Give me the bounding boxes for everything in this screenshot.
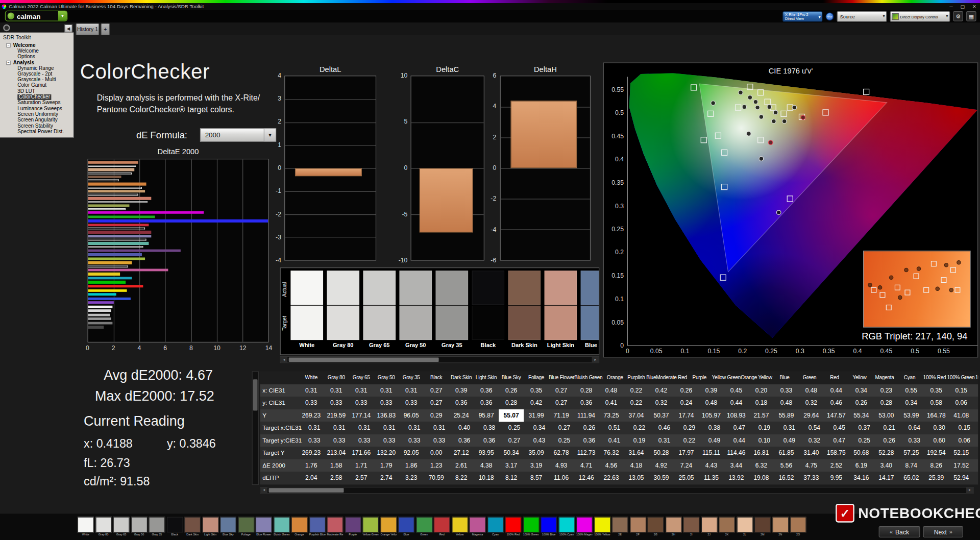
sidebar-item-analysis[interactable]: −Analysis — [0, 60, 73, 65]
table-cell[interactable]: 37.04 — [624, 409, 649, 422]
table-cell[interactable]: 0.33 — [299, 397, 324, 409]
table-cell[interactable]: 13.92 — [724, 472, 749, 484]
table-cell[interactable]: 4.18 — [624, 459, 649, 472]
table-cell[interactable]: 0.31 — [324, 384, 349, 397]
table-cell[interactable]: 8.57 — [524, 472, 549, 484]
workflow-swatch-yellow-green[interactable]: Yellow Green — [362, 517, 379, 536]
workflow-swatch-100-yellow[interactable]: 100% Yellow — [594, 517, 610, 536]
workflow-swatch-moderate-red[interactable]: Moderate Red — [327, 517, 343, 536]
table-cell[interactable]: 0.31 — [299, 384, 324, 397]
table-cell[interactable]: 4.56 — [599, 459, 624, 472]
table-cell[interactable]: 95.87 — [474, 409, 499, 422]
workflow-swatch-yellow[interactable]: Yellow — [452, 517, 468, 536]
table-cell[interactable]: 0.22 — [624, 397, 649, 409]
table-cell[interactable]: 0.33 — [349, 397, 374, 409]
workflow-swatch-blue-flower[interactable]: Blue Flower — [256, 517, 272, 536]
sidebar-item-3d-lut[interactable]: 3D LUT — [0, 88, 73, 94]
table-cell[interactable]: 269.23 — [299, 409, 324, 422]
next-button[interactable]: Next » — [923, 526, 963, 537]
sidebar-item-saturation-sweeps[interactable]: Saturation Sweeps — [0, 100, 73, 106]
sidebar-item-screen-stability[interactable]: Screen Stability — [0, 123, 73, 129]
table-cell[interactable]: 0.19 — [627, 434, 652, 447]
scrollbar-thumb[interactable] — [253, 379, 258, 410]
table-cell[interactable]: 92.05 — [399, 447, 424, 459]
table-cell[interactable]: 2.04 — [299, 472, 324, 484]
source-dropdown[interactable]: Source ▾ — [837, 11, 887, 21]
table-cell[interactable]: 25.05 — [674, 472, 699, 484]
table-cell[interactable]: 0.51 — [602, 422, 627, 434]
table-cell[interactable]: 0.24 — [674, 397, 699, 409]
table-cell[interactable]: 192.54 — [924, 447, 949, 459]
table-cell[interactable]: 0.36 — [474, 397, 499, 409]
workflow-swatch-2k[interactable]: 2K — [719, 517, 735, 536]
table-cell[interactable]: 164.78 — [924, 409, 949, 422]
table-cell[interactable]: 0.31 — [377, 422, 402, 434]
workflow-swatch-cyan[interactable]: Cyan — [487, 517, 503, 536]
table-cell[interactable]: 50.28 — [649, 447, 674, 459]
table-cell[interactable]: 0.58 — [924, 397, 949, 409]
table-cell[interactable]: 0.31 — [327, 422, 352, 434]
table-cell[interactable]: 177.14 — [349, 409, 374, 422]
table-cell[interactable]: 0.38 — [477, 422, 502, 434]
table-cell[interactable]: 112.73 — [574, 447, 599, 459]
table-cell[interactable]: 105.97 — [699, 409, 724, 422]
table-cell[interactable]: 0.33 — [302, 434, 327, 447]
sidebar-item-dynamic-range[interactable]: Dynamic Range — [0, 65, 73, 71]
table-cell[interactable]: 0.33 — [324, 397, 349, 409]
table-cell[interactable]: 0.31 — [302, 422, 327, 434]
table-cell[interactable]: 55.89 — [774, 409, 799, 422]
table-cell[interactable]: 219.59 — [324, 409, 349, 422]
table-cell[interactable]: 0.35 — [524, 384, 549, 397]
workflow-swatch-2o[interactable]: 2O — [790, 517, 806, 536]
table-cell[interactable]: 27.12 — [449, 447, 474, 459]
sidebar-collapse-button[interactable]: ◀ — [64, 24, 72, 33]
table-cell[interactable]: 71.19 — [549, 409, 574, 422]
table-cell[interactable]: 1.23 — [424, 459, 449, 472]
workflow-swatch-100-magenta[interactable]: 100% Magenta — [576, 517, 593, 536]
table-vertical-scrollbar[interactable] — [252, 371, 258, 485]
table-cell[interactable]: 4.71 — [574, 459, 599, 472]
table-cell[interactable]: 10.18 — [474, 472, 499, 484]
table-cell[interactable]: 2.52 — [824, 459, 849, 472]
table-cell[interactable]: 147.57 — [824, 409, 849, 422]
sidebar-item-options[interactable]: Options — [0, 54, 73, 60]
table-cell[interactable]: 0.27 — [502, 434, 527, 447]
table-cell[interactable]: 0.23 — [874, 384, 899, 397]
table-cell[interactable]: 0.25 — [852, 434, 877, 447]
table-cell[interactable]: 96.05 — [399, 409, 424, 422]
table-cell[interactable]: 0.38 — [702, 422, 727, 434]
table-cell[interactable]: 2.74 — [374, 472, 399, 484]
table-cell[interactable]: 0.29 — [424, 409, 449, 422]
table-cell[interactable]: 22.63 — [599, 472, 624, 484]
table-cell[interactable]: 0.44 — [724, 397, 749, 409]
table-cell[interactable]: 0.43 — [527, 434, 552, 447]
sidebar-item-grayscale-2pt[interactable]: Grayscale - 2pt — [0, 71, 73, 77]
table-cell[interactable]: 21.57 — [749, 409, 774, 422]
table-cell[interactable]: 17.74 — [674, 409, 699, 422]
table-cell[interactable]: 0.45 — [724, 384, 749, 397]
table-cell[interactable]: 0.46 — [652, 422, 677, 434]
table-cell[interactable]: 0.21 — [877, 422, 902, 434]
table-cell[interactable]: 41.08 — [949, 409, 974, 422]
table-cell[interactable]: 4.93 — [549, 459, 574, 472]
table-cell[interactable]: 65.02 — [899, 472, 924, 484]
swatch-scrollbar[interactable]: ◂ ▸ — [280, 356, 600, 363]
sidebar-item-screen-uniformity[interactable]: Screen Uniformity — [0, 111, 73, 117]
table-cell[interactable]: 114.46 — [724, 447, 749, 459]
table-cell[interactable]: 0.33 — [327, 434, 352, 447]
scrollbar-thumb[interactable] — [269, 488, 344, 493]
back-button[interactable]: « Back — [879, 526, 920, 537]
table-cell[interactable]: 1.71 — [349, 459, 374, 472]
scroll-left-icon[interactable]: ◂ — [261, 487, 267, 493]
workflow-swatch-gray-50[interactable]: Gray 50 — [131, 517, 148, 536]
workflow-swatch-purplish-blue[interactable]: Purplish Blue — [309, 517, 326, 536]
table-cell[interactable]: 0.36 — [474, 384, 499, 397]
table-cell[interactable]: 0.26 — [849, 397, 874, 409]
table-cell[interactable]: 16.81 — [749, 447, 774, 459]
meter-selector-button[interactable]: X-Rite i1Pro 2 Direct View ▾ — [782, 11, 822, 21]
table-cell[interactable]: 0.42 — [524, 397, 549, 409]
table-cell[interactable]: 12.46 — [574, 472, 599, 484]
table-cell[interactable]: 0.41 — [599, 397, 624, 409]
table-cell[interactable]: 0.32 — [649, 397, 674, 409]
sidebar-item-grayscale-multi[interactable]: Grayscale - Multi — [0, 77, 73, 83]
